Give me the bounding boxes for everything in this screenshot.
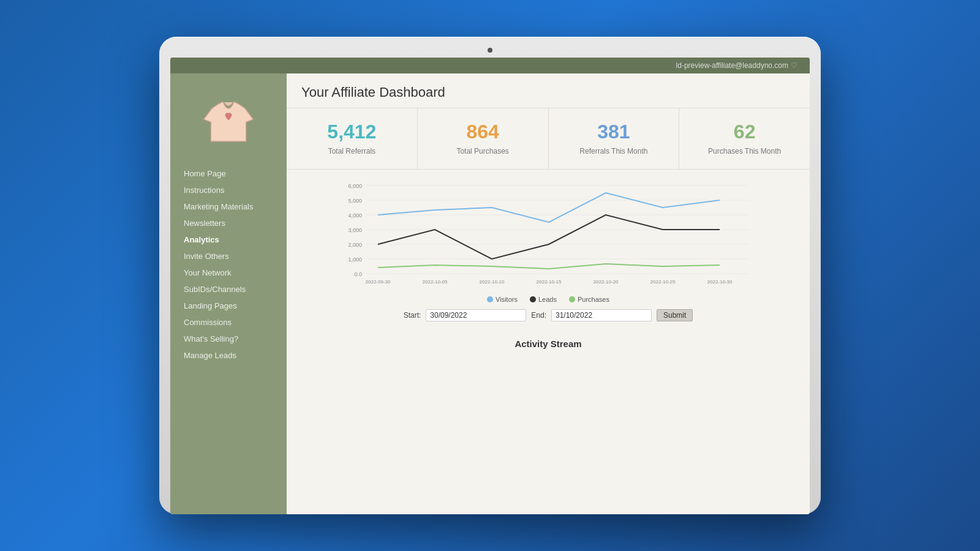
svg-text:2,000: 2,000: [348, 242, 362, 248]
sidebar-item-invite-others[interactable]: Invite Others: [176, 248, 281, 264]
stat-card-total-purchases: 864Total Purchases: [418, 108, 549, 169]
svg-text:2022-10-15: 2022-10-15: [537, 279, 562, 285]
svg-text:2022-10-20: 2022-10-20: [594, 279, 619, 285]
sidebar-item-manage-leads[interactable]: Manage Leads: [176, 347, 281, 364]
dashboard-title: Your Affiliate Dashboard: [301, 84, 795, 100]
purchases-label: Purchases: [578, 296, 609, 303]
svg-text:2022-10-30: 2022-10-30: [707, 279, 733, 285]
dashboard-header: Your Affiliate Dashboard: [287, 73, 810, 108]
tshirt-logo: [201, 92, 256, 147]
logo-container: [198, 86, 259, 153]
activity-section: Activity Stream: [287, 331, 810, 356]
svg-text:2022-09-30: 2022-09-30: [366, 279, 391, 285]
stat-number-referrals-this-month: 381: [559, 121, 669, 143]
stat-label-total-purchases: Total Purchases: [428, 147, 538, 157]
stat-card-referrals-this-month: 381Referrals This Month: [549, 108, 680, 169]
heart-icon: ♡: [791, 61, 797, 70]
svg-text:5,000: 5,000: [348, 198, 362, 204]
chart-section: 6,000 5,000 4,000 3,000 2,000 1,000 0.0: [287, 170, 810, 331]
chart-svg: 6,000 5,000 4,000 3,000 2,000 1,000 0.0: [299, 179, 797, 290]
sidebar-item-landing-pages[interactable]: Landing Pages: [176, 298, 281, 314]
sidebar-item-newsletters[interactable]: Newsletters: [176, 215, 281, 231]
stat-number-purchases-this-month: 62: [689, 121, 800, 143]
sidebar-item-home-page[interactable]: Home Page: [176, 165, 281, 182]
end-date-input[interactable]: [551, 309, 652, 321]
svg-text:2022-10-25: 2022-10-25: [650, 279, 676, 285]
legend-purchases: Purchases: [569, 296, 609, 303]
stat-card-total-referrals: 5,412Total Referrals: [287, 108, 418, 169]
svg-text:2022-10-05: 2022-10-05: [423, 279, 448, 285]
start-date-input[interactable]: [426, 309, 526, 321]
sidebar-item-whats-selling[interactable]: What's Selling?: [176, 331, 281, 347]
legend-leads: Leads: [530, 296, 557, 303]
stat-label-referrals-this-month: Referrals This Month: [559, 147, 669, 157]
stat-label-purchases-this-month: Purchases This Month: [689, 147, 800, 157]
svg-text:1,000: 1,000: [348, 257, 362, 263]
visitors-dot: [487, 296, 493, 302]
chart-container: 6,000 5,000 4,000 3,000 2,000 1,000 0.0: [299, 179, 797, 290]
stats-row: 5,412Total Referrals864Total Purchases38…: [287, 108, 810, 170]
chart-legend: Visitors Leads Purchases: [299, 296, 797, 303]
screen: ld-preview-affiliate@leaddyno.com ♡: [170, 58, 810, 514]
sidebar-item-instructions[interactable]: Instructions: [176, 182, 281, 198]
main-layout: Home PageInstructionsMarketing Materials…: [170, 73, 810, 514]
svg-text:6,000: 6,000: [348, 183, 362, 189]
svg-text:0.0: 0.0: [354, 271, 362, 277]
stat-label-total-referrals: Total Referrals: [296, 147, 407, 157]
top-bar: ld-preview-affiliate@leaddyno.com ♡: [170, 58, 810, 73]
sidebar-item-commissions[interactable]: Commissions: [176, 314, 281, 331]
user-email: ld-preview-affiliate@leaddyno.com: [676, 61, 788, 70]
sidebar-item-marketing-materials[interactable]: Marketing Materials: [176, 198, 281, 215]
purchases-dot: [569, 296, 575, 302]
activity-title: Activity Stream: [299, 339, 797, 349]
date-range-row: Start: End: Submit: [299, 309, 797, 321]
content-area: Your Affiliate Dashboard 5,412Total Refe…: [287, 73, 810, 514]
leads-label: Leads: [538, 296, 557, 303]
stat-number-total-referrals: 5,412: [296, 121, 407, 143]
svg-text:2022-10-10: 2022-10-10: [480, 279, 505, 285]
sidebar-item-analytics[interactable]: Analytics: [176, 231, 281, 248]
stat-number-total-purchases: 864: [428, 121, 538, 143]
nav-list: Home PageInstructionsMarketing Materials…: [170, 165, 287, 364]
svg-text:3,000: 3,000: [348, 227, 362, 233]
end-label: End:: [531, 311, 546, 320]
sidebar-item-your-network[interactable]: Your Network: [176, 264, 281, 281]
start-label: Start:: [404, 311, 421, 320]
sidebar-item-subids-channels[interactable]: SubIDs/Channels: [176, 281, 281, 298]
stat-card-purchases-this-month: 62Purchases This Month: [679, 108, 810, 169]
leads-dot: [530, 296, 536, 302]
monitor-camera: [488, 48, 492, 53]
svg-text:4,000: 4,000: [348, 212, 362, 219]
submit-button[interactable]: Submit: [657, 309, 693, 321]
monitor: ld-preview-affiliate@leaddyno.com ♡: [159, 37, 821, 514]
sidebar: Home PageInstructionsMarketing Materials…: [170, 73, 287, 514]
legend-visitors: Visitors: [487, 296, 518, 303]
visitors-label: Visitors: [496, 296, 518, 303]
